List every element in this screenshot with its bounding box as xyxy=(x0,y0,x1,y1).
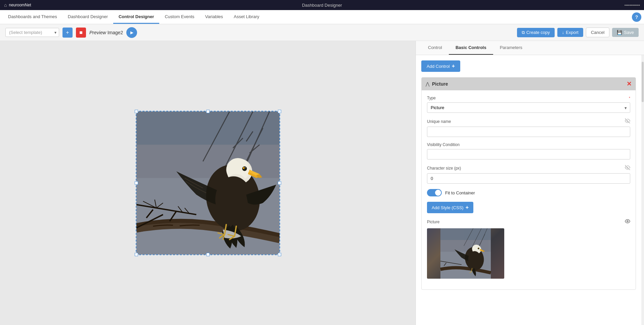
type-field-group: Type * Picture Image Icon xyxy=(427,96,630,113)
resize-handle-ml[interactable] xyxy=(135,181,138,185)
preview-text: Preview Image2 xyxy=(89,30,123,35)
add-control-button[interactable]: Add Control + xyxy=(421,60,460,72)
unique-name-group: Unique name xyxy=(427,118,630,137)
help-button[interactable]: ? xyxy=(632,12,641,22)
picture-section: ⋀ Picture ✕ Type * xyxy=(421,77,636,290)
tab-basic-controls[interactable]: Basic Controls xyxy=(449,41,493,55)
topbar: ⌂ neuroomNet Dashboard Designer ••••••••… xyxy=(0,0,644,10)
stop-icon: ■ xyxy=(79,30,83,36)
image-container[interactable] xyxy=(136,111,280,255)
play-button[interactable]: ▶ xyxy=(126,27,137,38)
picture-visibility-icon[interactable] xyxy=(625,219,630,225)
character-size-label: Character size (px) xyxy=(427,166,461,171)
canvas-inner xyxy=(7,48,409,318)
svg-point-30 xyxy=(627,221,628,222)
type-select[interactable]: Picture Image Icon xyxy=(427,102,630,113)
delete-button[interactable]: ■ xyxy=(76,28,86,38)
picture-preview-group: Picture xyxy=(427,219,630,279)
right-panel: Control Basic Controls Parameters Add Co… xyxy=(416,41,644,325)
tab-dashboards[interactable]: Dashboards and Themes xyxy=(3,10,62,24)
unique-name-visibility-icon[interactable] xyxy=(625,118,630,125)
visibility-condition-group: Visibility Condition xyxy=(427,142,630,159)
tab-parameters[interactable]: Parameters xyxy=(493,41,529,55)
resize-handle-mr[interactable] xyxy=(278,181,281,185)
fit-to-container-label: Fit to Container xyxy=(445,190,475,195)
resize-handle-tc[interactable] xyxy=(206,110,210,113)
tab-dashboard-designer[interactable]: Dashboard Designer xyxy=(62,10,113,24)
resize-handle-bl[interactable] xyxy=(135,253,138,256)
svg-point-16 xyxy=(245,167,245,168)
picture-section-header: ⋀ Picture ✕ xyxy=(422,78,636,90)
svg-point-44 xyxy=(468,251,481,268)
picture-preview-thumbnail[interactable] xyxy=(427,228,504,279)
unique-name-input[interactable] xyxy=(427,127,630,137)
collapse-icon[interactable]: ⋀ xyxy=(426,81,429,87)
panel-content: Add Control + ⋀ Picture ✕ xyxy=(416,55,641,325)
type-label: Type xyxy=(427,96,436,100)
play-icon: ▶ xyxy=(130,30,133,35)
picture-field-label: Picture xyxy=(427,220,439,224)
export-icon: ↓ xyxy=(562,30,564,35)
tab-custom-events[interactable]: Custom Events xyxy=(159,10,200,24)
toolbar: (Select template) + ■ Preview Image2 ▶ ⧉… xyxy=(0,24,644,41)
main-content: Control Basic Controls Parameters Add Co… xyxy=(0,41,644,325)
unique-name-label: Unique name xyxy=(427,119,451,124)
character-size-input[interactable]: 0 xyxy=(427,173,630,184)
fit-to-container-row: Fit to Container xyxy=(427,189,630,196)
panel-scrollbar-thumb[interactable] xyxy=(642,62,644,102)
resize-handle-tl[interactable] xyxy=(135,110,138,113)
app-title: Dashboard Designer xyxy=(302,3,342,8)
character-size-visibility-icon[interactable] xyxy=(625,165,630,171)
add-style-icon: + xyxy=(466,204,469,211)
cancel-button[interactable]: Cancel xyxy=(586,28,609,37)
export-button[interactable]: ↓ Export xyxy=(557,28,583,37)
canvas-area[interactable] xyxy=(0,41,416,325)
tab-control-designer[interactable]: Control Designer xyxy=(113,10,159,24)
template-select[interactable]: (Select template) xyxy=(5,28,59,37)
user-info: •••••••••••• xyxy=(625,3,640,7)
tab-asset-library[interactable]: Asset Library xyxy=(228,10,265,24)
add-icon: + xyxy=(452,63,455,69)
tab-control[interactable]: Control xyxy=(421,41,449,55)
home-icon: ⌂ xyxy=(4,2,7,8)
picture-section-title: Picture xyxy=(432,81,448,87)
tab-variables[interactable]: Variables xyxy=(200,10,228,24)
plus-icon: + xyxy=(66,30,69,36)
save-button[interactable]: 💾 Save xyxy=(612,28,639,37)
create-copy-button[interactable]: ⧉ Create copy xyxy=(517,28,555,37)
type-required-mark: * xyxy=(629,96,630,100)
picture-section-body: Type * Picture Image Icon xyxy=(422,90,636,289)
resize-handle-bc[interactable] xyxy=(206,253,210,256)
svg-point-18 xyxy=(215,176,252,223)
svg-point-42 xyxy=(478,248,479,248)
copy-icon: ⧉ xyxy=(522,30,525,35)
add-button[interactable]: + xyxy=(62,28,73,38)
add-style-button[interactable]: Add Style (CSS) + xyxy=(427,202,473,213)
app-name: neuroomNet xyxy=(9,3,31,7)
save-icon: 💾 xyxy=(617,30,622,35)
panel-scrollbar[interactable] xyxy=(641,55,644,325)
visibility-condition-input[interactable] xyxy=(427,149,630,159)
resize-handle-tr[interactable] xyxy=(278,110,281,113)
panel-tabs: Control Basic Controls Parameters xyxy=(416,41,644,55)
visibility-condition-label: Visibility Condition xyxy=(427,142,630,147)
resize-handle-br[interactable] xyxy=(278,253,281,256)
character-size-group: Character size (px) 0 xyxy=(427,165,630,184)
close-section-button[interactable]: ✕ xyxy=(627,80,632,88)
fit-to-container-toggle[interactable] xyxy=(427,189,442,196)
nav-tabs: Dashboards and Themes Dashboard Designer… xyxy=(0,10,644,24)
